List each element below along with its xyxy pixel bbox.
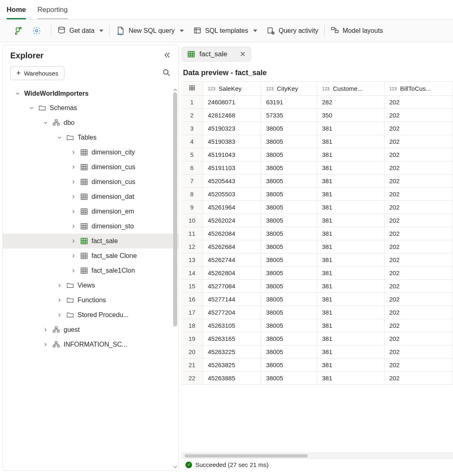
cell[interactable]: 38005	[261, 253, 317, 267]
row-number[interactable]: 4	[181, 135, 203, 148]
table-row[interactable]: 104526202438005381202	[181, 214, 453, 227]
tree-db-row[interactable]: WideWorldImporters	[3, 87, 178, 101]
tab-reporting[interactable]: Reporting	[37, 3, 68, 19]
cell[interactable]: 45277144	[203, 293, 261, 306]
cell[interactable]: 38005	[261, 345, 317, 359]
table-row[interactable]: 64519110338005381202	[181, 161, 453, 175]
column-header[interactable]: 123Custome...	[317, 82, 384, 96]
cell[interactable]: 381	[317, 214, 384, 227]
row-number[interactable]: 21	[181, 359, 203, 372]
cell[interactable]: 381	[317, 319, 384, 332]
tree-storedproc-row[interactable]: Stored Procedu...	[3, 308, 178, 322]
cell[interactable]: 202	[384, 214, 453, 227]
cell[interactable]: 202	[384, 293, 453, 306]
row-number[interactable]: 19	[181, 332, 203, 345]
cell[interactable]: 45262684	[203, 240, 261, 253]
table-row[interactable]: 44519038338005381202	[181, 135, 453, 148]
row-number[interactable]: 14	[181, 267, 203, 280]
cell[interactable]: 202	[384, 345, 453, 359]
table-row[interactable]: 94526196438005381202	[181, 201, 453, 214]
table-row[interactable]: 114526208438005381202	[181, 227, 453, 240]
cell[interactable]: 381	[317, 345, 384, 359]
row-number[interactable]: 16	[181, 293, 203, 306]
object-tab-fact-sale[interactable]: fact_sale ✕	[181, 46, 252, 62]
cell[interactable]: 350	[317, 109, 384, 122]
table-row[interactable]: 214526382538005381202	[181, 359, 453, 372]
cell[interactable]: 381	[317, 253, 384, 267]
cell[interactable]: 202	[384, 109, 453, 122]
collapse-explorer-button[interactable]	[163, 51, 171, 60]
tree-schemas-row[interactable]: Schemas	[3, 101, 178, 115]
row-number[interactable]: 7	[181, 175, 203, 188]
cell[interactable]: 45277084	[203, 280, 261, 293]
settings-button[interactable]	[29, 24, 44, 37]
table-row[interactable]: 12460807163191282202	[181, 96, 453, 109]
tree-table-item[interactable]: dimension_city	[3, 145, 178, 160]
cell[interactable]: 38005	[261, 280, 317, 293]
row-number[interactable]: 17	[181, 306, 203, 319]
table-row[interactable]: 134526274438005381202	[181, 253, 453, 267]
tree-table-item[interactable]: dimension_sto	[3, 219, 178, 234]
cell[interactable]: 45190323	[203, 122, 261, 135]
cell[interactable]: 202	[384, 161, 453, 175]
refresh-button[interactable]	[11, 24, 26, 37]
row-number[interactable]: 9	[181, 201, 203, 214]
cell[interactable]: 63191	[261, 96, 317, 109]
table-row[interactable]: 224526388538005381202	[181, 372, 453, 385]
tab-home[interactable]: Home	[7, 3, 26, 19]
tree-table-item[interactable]: dimension_cus	[3, 175, 178, 189]
cell[interactable]: 38005	[261, 372, 317, 385]
cell[interactable]: 24608071	[203, 96, 261, 109]
cell[interactable]: 45191103	[203, 161, 261, 175]
cell[interactable]: 38005	[261, 175, 317, 188]
row-number[interactable]: 20	[181, 345, 203, 359]
row-number[interactable]: 18	[181, 319, 203, 332]
row-number[interactable]: 15	[181, 280, 203, 293]
add-warehouses-button[interactable]: + Warehouses	[10, 66, 64, 80]
row-number[interactable]: 8	[181, 188, 203, 201]
cell[interactable]: 202	[384, 135, 453, 148]
cell[interactable]: 381	[317, 161, 384, 175]
cell[interactable]: 202	[384, 306, 453, 319]
cell[interactable]: 45263105	[203, 319, 261, 332]
table-row[interactable]: 54519104338005381202	[181, 148, 453, 161]
cell[interactable]: 38005	[261, 332, 317, 345]
tree-scroll-up[interactable]	[173, 87, 178, 92]
cell[interactable]: 381	[317, 122, 384, 135]
cell[interactable]: 202	[384, 188, 453, 201]
cell[interactable]: 202	[384, 148, 453, 161]
cell[interactable]: 45262084	[203, 227, 261, 240]
cell[interactable]: 38005	[261, 359, 317, 372]
tree-table-item[interactable]: fact_sale	[3, 234, 178, 248]
cell[interactable]: 381	[317, 240, 384, 253]
cell[interactable]: 38005	[261, 122, 317, 135]
column-header[interactable]: 123SaleKey	[203, 82, 261, 96]
tree-views-row[interactable]: Views	[3, 278, 178, 293]
cell[interactable]: 38005	[261, 240, 317, 253]
cell[interactable]: 42812468	[203, 109, 261, 122]
table-row[interactable]: 124526268438005381202	[181, 240, 453, 253]
cell[interactable]: 202	[384, 227, 453, 240]
sql-templates-button[interactable]: SQL templates	[190, 24, 261, 37]
tree-infoschema-row[interactable]: INFORMATION_SC...	[3, 337, 178, 352]
cell[interactable]: 38005	[261, 306, 317, 319]
cell[interactable]: 202	[384, 267, 453, 280]
tree-table-item[interactable]: fact_sale Clone	[3, 248, 178, 263]
table-row[interactable]: 144526280438005381202	[181, 267, 453, 280]
cell[interactable]: 45263885	[203, 372, 261, 385]
cell[interactable]: 38005	[261, 135, 317, 148]
row-number[interactable]: 12	[181, 240, 203, 253]
row-number[interactable]: 10	[181, 214, 203, 227]
row-number[interactable]: 22	[181, 372, 203, 385]
cell[interactable]: 202	[384, 240, 453, 253]
cell[interactable]: 45263825	[203, 359, 261, 372]
table-row[interactable]: 164527714438005381202	[181, 293, 453, 306]
cell[interactable]: 38005	[261, 214, 317, 227]
data-grid[interactable]: 123SaleKey123CityKey123Custome...123Bill…	[181, 81, 453, 453]
cell[interactable]: 381	[317, 359, 384, 372]
cell[interactable]: 38005	[261, 161, 317, 175]
cell[interactable]: 381	[317, 280, 384, 293]
cell[interactable]: 202	[384, 319, 453, 332]
cell[interactable]: 202	[384, 253, 453, 267]
cell[interactable]: 45277204	[203, 306, 261, 319]
